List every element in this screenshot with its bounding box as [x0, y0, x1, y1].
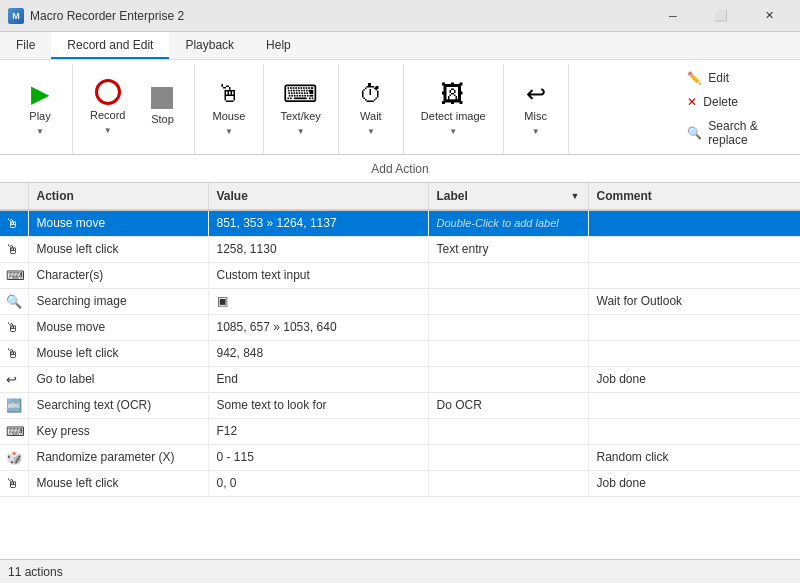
status-bar: 11 actions: [0, 559, 800, 583]
action-name-cell: Mouse move: [28, 314, 208, 340]
action-type-icon: ⌨: [6, 424, 25, 439]
action-name-cell: Searching text (OCR): [28, 392, 208, 418]
misc-button[interactable]: ↩ Misc ▼: [512, 77, 560, 141]
mouse-button[interactable]: 🖱 Mouse ▼: [203, 77, 254, 141]
delete-label: Delete: [703, 95, 738, 109]
wait-arrow-icon: ▼: [367, 127, 375, 136]
action-icon-cell: 🎲: [0, 444, 28, 470]
mouse-group: 🖱 Mouse ▼: [195, 64, 263, 154]
action-table: Action Value Label ▼ Comment 🖱Mouse move…: [0, 183, 800, 497]
action-value-cell: ▣: [208, 288, 428, 314]
mouse-arrow-icon: ▼: [225, 127, 233, 136]
action-comment-cell: [588, 418, 800, 444]
add-action-button[interactable]: Add Action: [360, 159, 439, 179]
col-comment-header: Comment: [588, 183, 800, 210]
action-name-cell: Searching image: [28, 288, 208, 314]
minimize-button[interactable]: ─: [650, 0, 696, 32]
record-stop-group: Record ▼ Stop: [73, 64, 195, 154]
menu-playback[interactable]: Playback: [169, 32, 250, 59]
action-label-cell: [428, 340, 588, 366]
table-row[interactable]: 🔍Searching image▣Wait for Outlook: [0, 288, 800, 314]
action-type-icon: ⌨: [6, 268, 25, 283]
table-row[interactable]: 🖱Mouse left click942, 848: [0, 340, 800, 366]
action-label-cell: [428, 470, 588, 496]
misc-icon: ↩: [526, 82, 546, 106]
detect-image-button[interactable]: 🖼 Detect image ▼: [412, 77, 495, 141]
table-row[interactable]: ⌨Key pressF12: [0, 418, 800, 444]
play-button[interactable]: ▶ Play ▼: [16, 77, 64, 141]
label-placeholder: Double-Click to add label: [437, 217, 559, 229]
action-icon-cell: 🖱: [0, 470, 28, 496]
action-comment-cell: [588, 314, 800, 340]
table-row[interactable]: 🖱Mouse left click1258, 1130Text entry: [0, 236, 800, 262]
action-type-icon: 🎲: [6, 450, 22, 465]
misc-group: ↩ Misc ▼: [504, 64, 569, 154]
col-icon-header: [0, 183, 28, 210]
action-value-cell: F12: [208, 418, 428, 444]
col-value-header: Value: [208, 183, 428, 210]
wait-icon: ⏱: [359, 82, 383, 106]
record-icon: [95, 79, 121, 105]
play-group: ▶ Play ▼: [8, 64, 73, 154]
action-type-icon: 🔤: [6, 398, 22, 413]
wait-button[interactable]: ⏱ Wait ▼: [347, 77, 395, 141]
maximize-button[interactable]: ⬜: [698, 0, 744, 32]
table-row[interactable]: ↩Go to labelEndJob done: [0, 366, 800, 392]
action-icon-cell: 🖱: [0, 340, 28, 366]
table-row[interactable]: 🔤Searching text (OCR)Some text to look f…: [0, 392, 800, 418]
menu-file[interactable]: File: [0, 32, 51, 59]
play-label: Play: [29, 110, 50, 123]
table-row[interactable]: 🖱Mouse move851, 353 » 1264, 1137Double-C…: [0, 210, 800, 236]
action-value-cell: 1085, 657 » 1053, 640: [208, 314, 428, 340]
search-replace-button[interactable]: 🔍 Search & replace: [680, 116, 780, 150]
action-icon-cell: ⌨: [0, 262, 28, 288]
table-row[interactable]: 🎲Randomize parameter (X)0 - 115Random cl…: [0, 444, 800, 470]
action-name-cell: Mouse left click: [28, 236, 208, 262]
table-row[interactable]: ⌨Character(s)Custom text input: [0, 262, 800, 288]
action-table-container: Action Value Label ▼ Comment 🖱Mouse move…: [0, 183, 800, 559]
action-label-cell: Double-Click to add label: [428, 210, 588, 236]
action-value-cell: 0, 0: [208, 470, 428, 496]
menu-help[interactable]: Help: [250, 32, 307, 59]
textkey-icon: ⌨: [283, 82, 318, 106]
label-dropdown[interactable]: Label ▼: [437, 189, 580, 203]
search-replace-label: Search & replace: [708, 119, 773, 147]
textkey-button[interactable]: ⌨ Text/key ▼: [272, 77, 330, 141]
action-comment-cell: [588, 392, 800, 418]
action-icon-cell: 🔍: [0, 288, 28, 314]
search-replace-icon: 🔍: [687, 126, 702, 140]
detect-image-arrow-icon: ▼: [449, 127, 457, 136]
add-action-label: Add Action: [371, 162, 428, 176]
action-comment-cell: [588, 262, 800, 288]
wait-label: Wait: [360, 110, 382, 123]
record-button[interactable]: Record ▼: [81, 74, 134, 140]
action-icon-cell: ↩: [0, 366, 28, 392]
action-label-cell: [428, 288, 588, 314]
edit-group: ✏️ Edit ✕ Delete 🔍 Search & replace: [668, 64, 792, 154]
table-header-row: Action Value Label ▼ Comment: [0, 183, 800, 210]
action-type-icon: 🔍: [6, 294, 22, 309]
table-row[interactable]: 🖱Mouse move1085, 657 » 1053, 640: [0, 314, 800, 340]
table-body: 🖱Mouse move851, 353 » 1264, 1137Double-C…: [0, 210, 800, 496]
table-row[interactable]: 🖱Mouse left click0, 0Job done: [0, 470, 800, 496]
action-name-cell: Go to label: [28, 366, 208, 392]
action-value-cell: 1258, 1130: [208, 236, 428, 262]
wait-group: ⏱ Wait ▼: [339, 64, 404, 154]
label-dropdown-arrow-icon: ▼: [571, 191, 580, 201]
action-type-icon: 🖱: [6, 216, 19, 231]
stop-button[interactable]: Stop: [138, 82, 186, 131]
edit-label: Edit: [708, 71, 729, 85]
action-name-cell: Mouse left click: [28, 470, 208, 496]
textkey-arrow-icon: ▼: [297, 127, 305, 136]
close-button[interactable]: ✕: [746, 0, 792, 32]
mouse-icon: 🖱: [217, 82, 241, 106]
delete-button[interactable]: ✕ Delete: [680, 92, 780, 112]
action-comment-cell: [588, 210, 800, 236]
action-label-cell: [428, 418, 588, 444]
action-comment-cell: Random click: [588, 444, 800, 470]
edit-button[interactable]: ✏️ Edit: [680, 68, 780, 88]
action-name-cell: Randomize parameter (X): [28, 444, 208, 470]
action-value-cell: End: [208, 366, 428, 392]
menu-record-edit[interactable]: Record and Edit: [51, 32, 169, 59]
add-action-bar: Add Action: [0, 155, 800, 183]
